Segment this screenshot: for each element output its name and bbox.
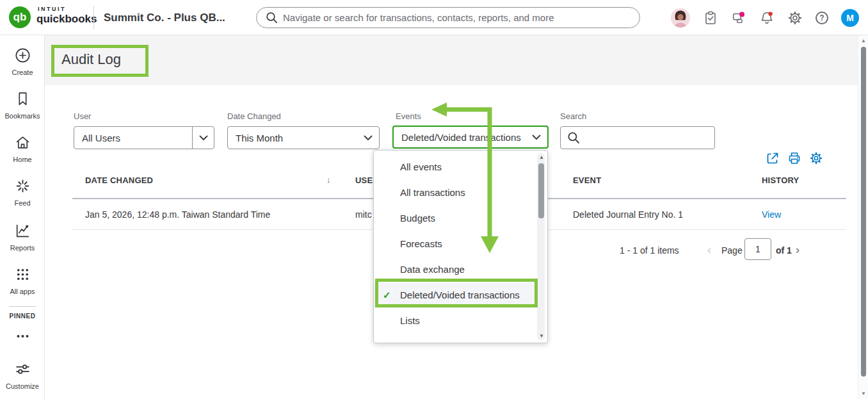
gear-icon[interactable]	[787, 10, 803, 26]
scroll-down-icon[interactable]: ▼	[539, 333, 544, 339]
pinned-more-button[interactable]	[0, 331, 45, 341]
user-filter-label: User	[74, 111, 91, 121]
create-plus-icon	[14, 47, 31, 64]
dropdown-scrollbar-thumb[interactable]	[538, 163, 544, 218]
user-avatar[interactable]	[671, 8, 690, 28]
search-icon	[266, 12, 278, 24]
events-filter-label: Events	[396, 111, 421, 121]
pinned-section-label: PINNED	[0, 313, 45, 320]
help-icon[interactable]: ?	[816, 12, 828, 24]
sidebar-divider	[9, 306, 36, 307]
cell-user: mitc	[355, 209, 372, 220]
apps-workflow-icon[interactable]	[731, 10, 746, 26]
feed-burst-icon	[14, 177, 31, 195]
apps-grid-icon	[14, 266, 31, 283]
page-title: Audit Log	[61, 51, 121, 68]
events-option[interactable]: Forecasts	[374, 231, 538, 257]
check-icon: ✓	[383, 282, 391, 308]
global-search-input[interactable]	[283, 12, 631, 23]
quickbooks-logo-icon[interactable]: qb	[9, 6, 31, 28]
chevron-down-icon	[357, 127, 379, 149]
page-scrollbar-thumb[interactable]	[861, 47, 866, 377]
scroll-up-icon[interactable]: ▲	[858, 38, 868, 44]
events-option[interactable]: Budgets	[374, 206, 538, 231]
sidebar-item-bookmarks[interactable]: Bookmarks	[0, 90, 45, 120]
chevron-down-icon	[526, 127, 547, 147]
sidebar-label: All apps	[10, 288, 35, 295]
sliders-icon	[14, 361, 31, 378]
events-option[interactable]: Data exchange	[374, 257, 538, 282]
table-search-input[interactable]	[585, 133, 714, 143]
sidebar-item-home[interactable]: Home	[0, 134, 45, 163]
column-header-date-changed[interactable]: DATE CHANGED	[85, 175, 153, 185]
divider	[93, 6, 94, 29]
global-search[interactable]	[256, 7, 640, 28]
scroll-up-icon[interactable]: ▲	[539, 154, 544, 160]
pagination-next-icon[interactable]: ›	[796, 243, 800, 257]
pagination-of-label: of 1	[776, 245, 792, 256]
bookmark-icon	[14, 90, 31, 108]
pagination-page-input[interactable]	[744, 238, 771, 260]
sidebar-item-feed[interactable]: Feed	[0, 177, 45, 207]
alert-dot	[768, 12, 772, 15]
table-search-box[interactable]	[560, 126, 715, 149]
chevron-down-icon	[192, 127, 214, 149]
search-icon	[567, 131, 580, 144]
view-history-link[interactable]: View	[762, 209, 781, 220]
events-dropdown-menu: All events All transactions Budgets Fore…	[373, 150, 548, 343]
company-name[interactable]: Summit Co. - Plus QB...	[104, 12, 225, 24]
events-filter-select[interactable]: Deleted/Voided transactions	[392, 126, 549, 149]
sidebar-label: Home	[13, 156, 31, 163]
table-toolbar	[766, 151, 823, 165]
events-option-label: Deleted/Voided transactions	[400, 289, 520, 300]
brand-intuit: INTUIT	[38, 6, 97, 12]
events-filter-value: Deleted/Voided transactions	[394, 132, 526, 143]
home-icon	[14, 134, 31, 151]
events-option[interactable]: Lists	[374, 308, 538, 334]
date-filter-value: This Month	[228, 133, 357, 143]
pagination-summary: 1 - 1 of 1 items	[620, 245, 679, 256]
profile-initial-avatar[interactable]: M	[841, 9, 859, 27]
page-header-strip	[45, 35, 858, 85]
sidebar-label: Reports	[10, 244, 35, 252]
date-filter-select[interactable]: This Month	[227, 126, 380, 149]
print-icon[interactable]	[787, 151, 801, 165]
left-sidebar: Create Bookmarks Home Feed R	[0, 35, 45, 399]
user-filter-value: All Users	[74, 133, 192, 143]
line-chart-icon	[14, 222, 31, 240]
events-option[interactable]: Provisioning changes	[374, 334, 538, 343]
sidebar-item-customize[interactable]: Customize	[0, 361, 45, 390]
user-filter-select[interactable]: All Users	[74, 126, 214, 149]
date-filter-label: Date Changed	[227, 111, 281, 121]
scroll-down-icon[interactable]: ▼	[858, 391, 868, 396]
notifications-bell-icon[interactable]	[759, 10, 775, 26]
pagination-page-label: Page	[721, 245, 743, 256]
sidebar-label: Feed	[14, 199, 30, 207]
brand-quickbooks: quickbooks	[36, 13, 97, 24]
sidebar-item-all-apps[interactable]: All apps	[0, 266, 45, 295]
sidebar-label: Create	[12, 69, 33, 76]
sidebar-label: Bookmarks	[4, 112, 40, 120]
column-header-event[interactable]: EVENT	[573, 175, 601, 185]
column-header-history[interactable]: HISTORY	[762, 175, 799, 185]
table-settings-gear-icon[interactable]	[809, 151, 823, 165]
pagination-prev-icon[interactable]: ‹	[707, 243, 711, 257]
events-option[interactable]: All events	[374, 154, 538, 180]
search-filter-label: Search	[560, 111, 586, 121]
cell-date-changed: Jan 5, 2026, 12:48 p.m. Taiwan Standard …	[85, 209, 270, 220]
tasks-clipboard-icon[interactable]	[703, 10, 718, 26]
events-option[interactable]: All transactions	[374, 180, 538, 206]
sidebar-label: Customize	[6, 382, 39, 390]
events-option-selected[interactable]: ✓ Deleted/Voided transactions	[374, 282, 538, 308]
sidebar-item-reports[interactable]: Reports	[0, 222, 45, 252]
export-icon[interactable]	[766, 151, 780, 165]
brand-wordmark: INTUIT quickbooks	[36, 6, 97, 24]
notification-badge	[739, 12, 744, 17]
sidebar-item-create[interactable]: Create	[0, 47, 45, 76]
page-scrollbar[interactable]: ▲ ▼	[858, 35, 868, 399]
sort-desc-icon[interactable]: ↓	[326, 175, 331, 184]
top-bar: qb INTUIT quickbooks Summit Co. - Plus Q…	[0, 0, 868, 35]
cell-event: Deleted Journal Entry No. 1	[573, 209, 683, 220]
ellipsis-icon	[14, 331, 31, 341]
